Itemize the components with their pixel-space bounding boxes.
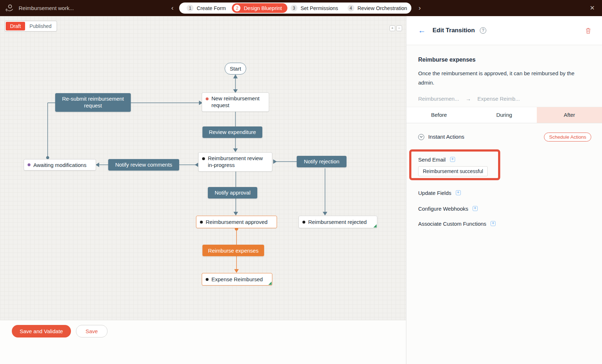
route-to: Expense Reimb... xyxy=(477,96,520,102)
node-label: Reimbursement review in-progress xyxy=(208,155,268,169)
back-icon[interactable]: ← xyxy=(418,26,426,35)
tab-after[interactable]: After xyxy=(537,107,602,123)
email-action-chip[interactable]: Reimbursement successful xyxy=(418,166,488,176)
schedule-actions-button[interactable]: Schedule Actions xyxy=(544,133,591,142)
node-reimbursement-approved[interactable]: Reimbursement approved xyxy=(196,216,277,228)
step-number: 4 xyxy=(348,5,354,11)
brand: Reimbursement work... xyxy=(5,3,74,13)
node-label: Reimburse expenses xyxy=(208,248,259,254)
node-label: Notify rejection xyxy=(304,158,339,165)
node-label: Notify approval xyxy=(215,189,250,196)
node-label: Reimbursement approved xyxy=(206,219,268,225)
corner-fold-icon xyxy=(373,224,377,227)
blueprint-canvas[interactable]: Draft Published + − Start New reimbursem… xyxy=(0,16,406,364)
step-label: Create Form xyxy=(197,5,226,11)
step-label: Design Blueprint xyxy=(244,5,282,11)
actions-list: Send Email + Reimbursement successful Up… xyxy=(406,142,602,227)
add-function-icon[interactable]: + xyxy=(491,221,496,226)
node-notify-approval[interactable]: Notify approval xyxy=(208,187,257,198)
action-update-fields: Update Fields + xyxy=(418,176,590,196)
step-label: Set Permissions xyxy=(301,5,338,11)
state-dot-black xyxy=(302,221,305,224)
step-number: 2 xyxy=(234,5,240,11)
transition-description: Once the reimbursement is approved, it c… xyxy=(406,63,587,88)
node-reimbursement-review-in-progress[interactable]: Reimbursement review in-progress xyxy=(198,152,272,172)
published-toggle[interactable]: Published xyxy=(25,22,56,30)
node-expense-reimbursed[interactable]: Expense Reimbursed xyxy=(202,273,272,286)
add-webhook-icon[interactable]: + xyxy=(473,206,478,211)
state-dot-black xyxy=(206,278,209,281)
node-label: Reimbursement rejected xyxy=(308,219,367,225)
transition-route: Reimbursemen... → Expense Reimb... xyxy=(406,88,602,107)
step-label: Review Orchestration xyxy=(358,5,407,11)
node-label: Start xyxy=(230,66,241,72)
draft-toggle[interactable]: Draft xyxy=(6,22,25,30)
node-label: New reimbursement request xyxy=(211,95,265,109)
step-design-blueprint[interactable]: 2 Design Blueprint xyxy=(232,3,287,13)
route-from: Reimbursemen... xyxy=(418,96,459,102)
state-dot-purple xyxy=(28,163,30,166)
node-label: Awaiting modifications xyxy=(33,162,86,168)
node-start[interactable]: Start xyxy=(225,63,246,75)
node-label: Review expenditure xyxy=(209,129,256,136)
panel-title: Edit Transition xyxy=(433,27,475,34)
send-email-label[interactable]: Send Email xyxy=(418,157,446,163)
help-icon[interactable]: ? xyxy=(480,27,486,34)
update-fields-label[interactable]: Update Fields xyxy=(418,190,452,196)
node-review-expenditure[interactable]: Review expenditure xyxy=(202,126,262,138)
instant-actions-title: Instant Actions xyxy=(428,134,464,140)
canvas-zoom-controls: + − xyxy=(390,25,402,31)
blueprint-icon xyxy=(5,3,14,13)
state-dot-black xyxy=(200,221,203,224)
actions-header: Instant Actions Schedule Actions xyxy=(406,123,602,142)
configure-webhooks-label[interactable]: Configure Webhooks xyxy=(418,206,468,212)
step-number: 3 xyxy=(291,5,297,11)
node-reimbursement-rejected[interactable]: Reimbursement rejected xyxy=(298,216,377,228)
action-associate-custom-functions: Associate Custom Functions + xyxy=(418,212,590,227)
stepper: 1 Create Form 2 Design Blueprint 3 Set P… xyxy=(179,3,411,14)
panel-body: Reimburse expenses Once the reimbursemen… xyxy=(406,45,602,364)
node-reimburse-expenses[interactable]: Reimburse expenses xyxy=(202,245,264,256)
top-bar: Reimbursement work... ‹ 1 Create Form 2 … xyxy=(0,0,602,16)
action-configure-webhooks: Configure Webhooks + xyxy=(418,196,590,212)
instant-actions-icon[interactable] xyxy=(418,134,424,140)
draft-published-toggle: Draft Published xyxy=(5,21,57,32)
route-arrow-icon: → xyxy=(465,96,471,102)
transition-name: Reimburse expenses xyxy=(406,45,602,63)
stepper-next-icon[interactable]: › xyxy=(419,4,421,12)
add-email-icon[interactable]: + xyxy=(450,157,455,162)
canvas-footer: Save and Validate Save xyxy=(0,320,406,364)
save-and-validate-button[interactable]: Save and Validate xyxy=(12,325,71,337)
panel-header: ← Edit Transition ? xyxy=(406,16,602,45)
tab-during[interactable]: During xyxy=(472,107,537,123)
zoom-out-button[interactable]: − xyxy=(396,25,402,31)
tab-before[interactable]: Before xyxy=(406,107,472,123)
step-number: 1 xyxy=(187,5,194,11)
state-dot-red xyxy=(206,97,209,100)
add-field-update-icon[interactable]: + xyxy=(456,190,461,195)
node-notify-review-comments[interactable]: Notify review comments xyxy=(108,159,179,171)
associate-custom-functions-label[interactable]: Associate Custom Functions xyxy=(418,221,486,227)
node-resubmit-reimbursement-request[interactable]: Re-submit reimbursement request xyxy=(55,93,131,112)
corner-fold-icon xyxy=(268,282,272,285)
node-label: Notify review comments xyxy=(115,161,172,168)
state-dot-black xyxy=(202,157,205,160)
node-label: Expense Reimbursed xyxy=(211,276,263,282)
stepper-prev-icon[interactable]: ‹ xyxy=(171,4,173,12)
timing-tabs: Before During After xyxy=(406,107,602,123)
step-review-orchestration[interactable]: 4 Review Orchestration xyxy=(344,5,414,11)
action-send-email: Send Email + xyxy=(418,142,590,163)
save-button[interactable]: Save xyxy=(76,325,108,337)
node-awaiting-modifications[interactable]: Awaiting modifications xyxy=(24,159,96,171)
node-label: Re-submit reimbursement request xyxy=(58,96,128,109)
step-set-permissions[interactable]: 3 Set Permissions xyxy=(287,5,344,11)
app-title: Reimbursement work... xyxy=(19,5,74,11)
step-create-form[interactable]: 1 Create Form xyxy=(183,5,232,11)
node-notify-rejection[interactable]: Notify rejection xyxy=(297,156,347,167)
zoom-in-button[interactable]: + xyxy=(390,25,395,31)
delete-transition-icon[interactable] xyxy=(585,27,591,34)
edit-transition-panel: ← Edit Transition ? Reimburse expenses O… xyxy=(406,16,602,364)
node-new-reimbursement-request[interactable]: New reimbursement request xyxy=(202,92,269,112)
close-icon[interactable]: ✕ xyxy=(590,4,595,12)
